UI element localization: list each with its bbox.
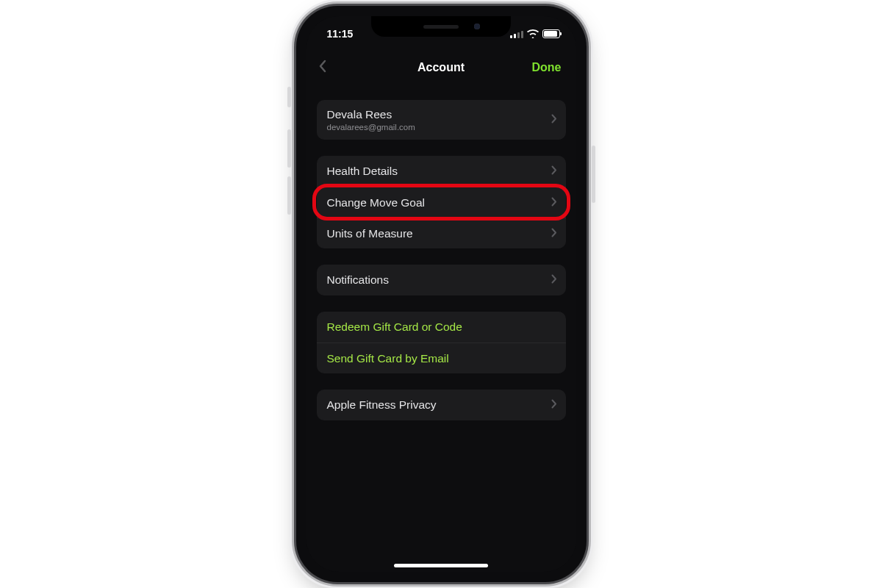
status-time: 11:15 bbox=[327, 28, 354, 40]
mute-switch[interactable] bbox=[287, 87, 291, 107]
notch bbox=[371, 16, 511, 37]
home-indicator[interactable] bbox=[394, 564, 488, 567]
front-camera bbox=[474, 24, 480, 29]
back-chevron-icon[interactable] bbox=[318, 60, 327, 76]
chevron-right-icon bbox=[551, 196, 557, 209]
screen: 11:15 Account Done bbox=[306, 16, 576, 572]
row-label: Redeem Gift Card or Code bbox=[327, 320, 541, 334]
notifications-group: Notifications bbox=[317, 265, 566, 295]
earpiece-speaker bbox=[423, 25, 459, 29]
battery-icon bbox=[542, 29, 560, 38]
wifi-icon bbox=[527, 29, 539, 38]
profile-name: Devala Rees bbox=[327, 108, 541, 121]
done-button[interactable]: Done bbox=[532, 61, 562, 74]
profile-row[interactable]: Devala Rees devalarees@gmail.com bbox=[317, 100, 566, 140]
health-group: Health Details Change Move Goal Units of… bbox=[317, 156, 566, 248]
send-gift-card-row[interactable]: Send Gift Card by Email bbox=[317, 343, 566, 373]
row-label: Units of Measure bbox=[327, 227, 541, 240]
row-label: Health Details bbox=[327, 165, 541, 178]
nav-bar: Account Done bbox=[317, 51, 566, 84]
content-area: Account Done Devala Rees devalarees@gmai… bbox=[306, 51, 576, 572]
volume-up-button[interactable] bbox=[287, 129, 291, 168]
chevron-right-icon bbox=[551, 398, 557, 412]
change-move-goal-row[interactable]: Change Move Goal bbox=[317, 187, 566, 218]
row-label: Notifications bbox=[327, 273, 541, 287]
power-button[interactable] bbox=[592, 146, 595, 203]
iphone-frame: 11:15 Account Done bbox=[296, 6, 587, 582]
chevron-right-icon bbox=[551, 273, 557, 287]
chevron-right-icon bbox=[551, 113, 557, 126]
chevron-right-icon bbox=[551, 227, 557, 240]
chevron-right-icon bbox=[551, 165, 557, 178]
nav-title: Account bbox=[417, 61, 465, 74]
volume-down-button[interactable] bbox=[287, 176, 291, 215]
redeem-gift-card-row[interactable]: Redeem Gift Card or Code bbox=[317, 312, 566, 343]
units-of-measure-row[interactable]: Units of Measure bbox=[317, 218, 566, 248]
gift-group: Redeem Gift Card or Code Send Gift Card … bbox=[317, 312, 566, 373]
notifications-row[interactable]: Notifications bbox=[317, 265, 566, 295]
cellular-signal-icon bbox=[510, 29, 523, 38]
profile-group: Devala Rees devalarees@gmail.com bbox=[317, 100, 566, 140]
health-details-row[interactable]: Health Details bbox=[317, 156, 566, 187]
privacy-group: Apple Fitness Privacy bbox=[317, 390, 566, 420]
profile-email: devalarees@gmail.com bbox=[327, 123, 541, 132]
row-label: Change Move Goal bbox=[327, 196, 541, 209]
row-label: Apple Fitness Privacy bbox=[327, 398, 541, 412]
apple-fitness-privacy-row[interactable]: Apple Fitness Privacy bbox=[317, 390, 566, 420]
row-label: Send Gift Card by Email bbox=[327, 352, 541, 365]
